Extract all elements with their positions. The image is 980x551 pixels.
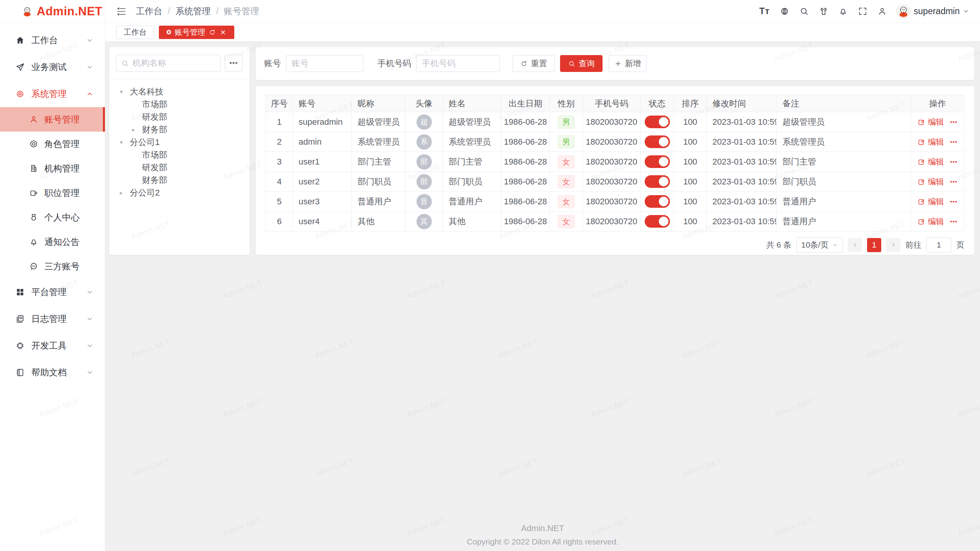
status-toggle[interactable] <box>645 195 670 208</box>
user-menu[interactable]: superadmin <box>896 4 969 19</box>
cell-name: 系统管理员 <box>443 132 501 152</box>
search-icon[interactable] <box>799 7 809 16</box>
filter-bar: 账号 手机号码 重置 查询 新增 <box>256 47 974 80</box>
breadcrumb-item[interactable]: 系统管理 <box>175 5 211 17</box>
font-size-icon[interactable]: Tт <box>759 6 769 16</box>
caret-down-icon[interactable]: ▾ <box>120 139 130 146</box>
tree-node-研发部[interactable]: 研发部 <box>116 161 243 174</box>
cell-avatar: 其 <box>405 212 443 231</box>
tab-账号管理[interactable]: 账号管理 <box>159 26 234 39</box>
column-header-备注: 备注 <box>777 95 911 112</box>
column-header-状态: 状态 <box>640 95 674 112</box>
status-toggle[interactable] <box>645 155 670 168</box>
org-search-input[interactable] <box>132 58 216 68</box>
sidebar-subitem-通知公告[interactable]: 通知公告 <box>0 230 105 254</box>
status-toggle[interactable] <box>645 215 670 228</box>
tab-工作台[interactable]: 工作台 <box>116 26 154 39</box>
cell-modified: 2023-01-03 10:59:44 <box>707 212 777 231</box>
query-button[interactable]: 查询 <box>560 55 603 72</box>
profile-icon[interactable] <box>877 7 887 16</box>
edit-button[interactable]: 编辑 <box>918 156 944 167</box>
column-header-序号: 序号 <box>266 95 293 112</box>
cell-modified: 2023-01-03 10:59:44 <box>707 152 777 172</box>
table-row: 4user2部门职员部部门职员1986-06-28女18020030720100… <box>266 172 964 192</box>
tab-close-icon[interactable] <box>219 29 227 36</box>
tree-node-研发部[interactable]: 研发部 <box>116 111 243 123</box>
notification-icon[interactable] <box>838 7 848 16</box>
sidebar-item-平台管理[interactable]: 平台管理 <box>0 279 105 305</box>
cell-account: user2 <box>293 172 352 192</box>
sidebar-item-业务测试[interactable]: 业务测试 <box>0 54 105 80</box>
cell-gender: 女 <box>550 192 583 212</box>
breadcrumb-item[interactable]: 账号管理 <box>224 5 259 17</box>
cell-avatar: 部 <box>405 152 443 172</box>
current-page-button[interactable]: 1 <box>867 238 881 252</box>
more-actions-button[interactable]: ••• <box>950 139 957 145</box>
sidebar-subitem-职位管理[interactable]: 职位管理 <box>0 181 105 205</box>
caret-right-icon[interactable]: ▸ <box>120 189 130 196</box>
cell-gender: 男 <box>550 112 583 132</box>
theme-icon[interactable] <box>819 7 828 16</box>
tab-refresh-icon[interactable] <box>209 29 216 36</box>
caret-right-icon[interactable]: ▸ <box>132 126 142 133</box>
add-button[interactable]: 新增 <box>609 55 647 72</box>
edit-label: 编辑 <box>928 196 944 207</box>
tree-node-大名科技[interactable]: ▾大名科技 <box>116 85 243 98</box>
status-toggle[interactable] <box>645 175 670 188</box>
collapse-menu-icon[interactable] <box>116 6 127 17</box>
sidebar-subitem-个人中心[interactable]: 个人中心 <box>0 205 105 230</box>
next-page-button[interactable] <box>886 238 900 252</box>
sidebar-item-帮助文档[interactable]: 帮助文档 <box>0 359 105 386</box>
edit-icon <box>918 198 925 205</box>
edit-button[interactable]: 编辑 <box>918 117 944 127</box>
sidebar-item-系统管理[interactable]: 系统管理 <box>0 80 105 107</box>
edit-button[interactable]: 编辑 <box>918 216 944 227</box>
chevron-right-icon <box>890 242 897 248</box>
phone-input[interactable] <box>416 55 500 72</box>
edit-button[interactable]: 编辑 <box>918 137 944 147</box>
tree-node-财务部[interactable]: 财务部 <box>116 174 243 186</box>
tree-node-财务部[interactable]: ▸财务部 <box>116 123 243 136</box>
more-actions-button[interactable]: ••• <box>950 119 957 125</box>
tree-node-分公司1[interactable]: ▾分公司1 <box>116 136 243 148</box>
cell-sort: 100 <box>674 112 707 132</box>
page-size-select[interactable]: 10条/页 <box>796 237 843 253</box>
status-toggle[interactable] <box>645 135 670 148</box>
sidebar-item-工作台[interactable]: 工作台 <box>0 27 105 54</box>
account-input[interactable] <box>286 55 363 72</box>
fullscreen-icon[interactable] <box>858 7 867 16</box>
caret-down-icon[interactable]: ▾ <box>120 88 130 95</box>
cell-avatar: 超 <box>405 112 443 132</box>
language-icon[interactable] <box>780 7 789 16</box>
topbar-icon-group: Tт <box>759 6 887 16</box>
tree-node-市场部[interactable]: 市场部 <box>116 148 243 161</box>
more-actions-button[interactable]: ••• <box>950 218 957 225</box>
tree-more-button[interactable]: ••• <box>225 55 243 72</box>
sidebar-subitem-账号管理[interactable]: 账号管理 <box>0 107 105 132</box>
sidebar-subitem-机构管理[interactable]: 机构管理 <box>0 156 105 181</box>
more-actions-button[interactable]: ••• <box>950 158 957 165</box>
sidebar-item-开发工具[interactable]: 开发工具 <box>0 332 105 359</box>
tree-node-分公司2[interactable]: ▸分公司2 <box>116 186 243 199</box>
prev-page-button[interactable] <box>848 238 862 252</box>
more-actions-button[interactable]: ••• <box>950 198 957 205</box>
edit-button[interactable]: 编辑 <box>918 176 944 187</box>
sidebar-subitem-角色管理[interactable]: 角色管理 <box>0 132 105 156</box>
chevron-down-icon <box>963 8 969 15</box>
reset-button[interactable]: 重置 <box>513 55 555 72</box>
goto-page-input[interactable] <box>926 237 951 253</box>
sidebar-subitem-三方账号[interactable]: 三方账号 <box>0 254 105 279</box>
breadcrumb-item[interactable]: 工作台 <box>136 5 162 17</box>
sidebar-item-日志管理[interactable]: 日志管理 <box>0 305 105 332</box>
sidebar-item-label: 平台管理 <box>31 286 67 298</box>
tree-node-市场部[interactable]: 市场部 <box>116 98 243 111</box>
more-actions-button[interactable]: ••• <box>950 178 957 185</box>
edit-button[interactable]: 编辑 <box>918 196 944 207</box>
cell-sort: 100 <box>674 132 707 152</box>
status-toggle[interactable] <box>645 116 670 128</box>
column-header-头像: 头像 <box>405 95 443 112</box>
main-area: 工作台/系统管理/账号管理 Tт superadmin 工作台账号管理 ••• … <box>105 0 980 551</box>
column-header-操作: 操作 <box>911 95 964 112</box>
cell-account: user1 <box>293 152 352 172</box>
row-avatar: 部 <box>416 154 432 170</box>
